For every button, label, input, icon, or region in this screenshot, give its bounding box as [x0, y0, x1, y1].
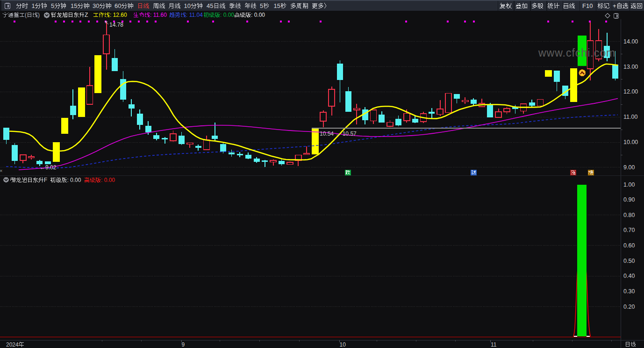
svg-text:: 0.00: : 0.00 [220, 12, 234, 18]
svg-text:13.00: 13.00 [623, 64, 638, 70]
svg-text:45: 45 [207, 2, 213, 9]
svg-text:(: ( [25, 12, 27, 18]
svg-text:www.cfchi.com: www.cfchi.com [538, 47, 615, 59]
svg-text:: 0.00: : 0.00 [101, 177, 115, 183]
svg-text:+: + [613, 2, 616, 9]
svg-text:0.80: 0.80 [623, 212, 635, 218]
svg-text:14.00: 14.00 [623, 38, 638, 45]
svg-text:0.90: 0.90 [623, 196, 635, 203]
svg-text:←9.02: ←9.02 [40, 164, 57, 171]
svg-text:: 11.60: : 11.60 [150, 12, 167, 18]
svg-text:: 11.04: : 11.04 [186, 12, 203, 18]
svg-text:F: F [44, 177, 47, 183]
svg-text:Z: Z [85, 12, 88, 18]
svg-text:10: 10 [184, 2, 191, 9]
svg-text:11.00: 11.00 [623, 114, 637, 120]
svg-text:): ) [38, 12, 40, 18]
svg-text:0.50: 0.50 [623, 258, 635, 264]
svg-text:0.30: 0.30 [623, 288, 635, 295]
svg-text:14.78: 14.78 [109, 22, 123, 28]
svg-text:12.00: 12.00 [623, 88, 638, 95]
svg-text:10.00: 10.00 [623, 139, 638, 145]
svg-text:10: 10 [340, 341, 346, 348]
svg-text:11: 11 [491, 341, 497, 348]
svg-text:5: 5 [260, 2, 263, 9]
svg-text:10.54 → 10.57: 10.54 → 10.57 [320, 130, 357, 137]
svg-text:: 0.00: : 0.00 [67, 177, 81, 183]
svg-text:60: 60 [114, 2, 121, 9]
svg-text:5: 5 [51, 2, 54, 9]
svg-text:2024: 2024 [6, 341, 19, 348]
svg-text:30: 30 [93, 2, 99, 9]
svg-text:15: 15 [274, 2, 280, 9]
svg-text:9.00: 9.00 [623, 164, 635, 171]
svg-text:F10: F10 [582, 2, 593, 9]
svg-text:1.00: 1.00 [623, 181, 635, 188]
svg-text:0.20: 0.20 [623, 304, 635, 310]
svg-text:0.70: 0.70 [623, 227, 635, 233]
svg-text:9: 9 [182, 341, 185, 348]
svg-text:0.40: 0.40 [623, 273, 635, 279]
svg-text:: 12.60: : 12.60 [110, 12, 127, 18]
svg-text:15: 15 [71, 2, 77, 9]
svg-text:×: × [0, 168, 2, 174]
svg-text:1: 1 [32, 2, 35, 9]
svg-text:: 0.00: : 0.00 [251, 12, 265, 18]
svg-text:0.60: 0.60 [623, 242, 635, 249]
